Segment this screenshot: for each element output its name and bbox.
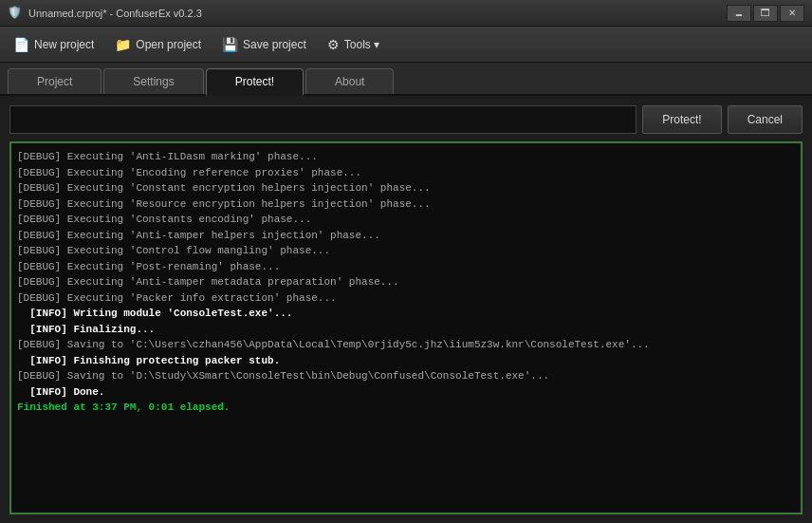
- protect-button[interactable]: Protect!: [642, 105, 721, 134]
- main-content: Protect! Cancel [DEBUG] Executing 'Anti-…: [0, 96, 812, 523]
- log-line: [DEBUG] Executing 'Post-renaming' phase.…: [17, 259, 795, 275]
- log-line: [DEBUG] Executing 'Encoding reference pr…: [17, 165, 795, 181]
- menu-bar: 📄 New project 📁 Open project 💾 Save proj…: [0, 27, 812, 63]
- log-output[interactable]: [DEBUG] Executing 'Anti-ILDasm marking' …: [9, 141, 803, 514]
- tab-about[interactable]: About: [305, 68, 394, 94]
- file-path-input[interactable]: [9, 105, 637, 134]
- tab-project[interactable]: Project: [8, 68, 102, 94]
- close-button[interactable]: ✕: [780, 5, 804, 22]
- maximize-button[interactable]: 🗖: [753, 5, 778, 22]
- cancel-button[interactable]: Cancel: [728, 105, 803, 134]
- log-line: [INFO] Done.: [17, 384, 795, 401]
- tab-protect[interactable]: Protect!: [206, 68, 304, 96]
- menu-item-open-project[interactable]: 📁 Open project: [105, 31, 211, 58]
- log-line: [DEBUG] Executing 'Constants encoding' p…: [17, 212, 795, 228]
- tab-bar: Project Settings Protect! About: [0, 63, 812, 96]
- log-line: Finished at 3:37 PM, 0:01 elapsed.: [17, 400, 795, 416]
- menu-item-open-project-label: Open project: [136, 38, 201, 51]
- menu-item-tools-label: Tools ▾: [344, 38, 379, 51]
- menu-item-save-project[interactable]: 💾 Save project: [212, 31, 316, 58]
- log-line: [DEBUG] Saving to 'C:\Users\czhan456\App…: [17, 337, 795, 353]
- menu-item-save-project-label: Save project: [243, 38, 306, 51]
- log-line: [DEBUG] Executing 'Packer info extractio…: [17, 290, 795, 307]
- title-bar: 🛡️ Unnamed.crproj* - ConfuserEx v0.2.3 🗕…: [0, 0, 812, 27]
- tools-icon: ⚙: [327, 37, 340, 52]
- log-line: [DEBUG] Executing 'Anti-tamper metadata …: [17, 274, 795, 290]
- log-line: [DEBUG] Saving to 'D:\Study\XSmart\Conso…: [17, 368, 795, 384]
- new-project-icon: 📄: [13, 37, 29, 52]
- tab-settings[interactable]: Settings: [103, 68, 203, 94]
- menu-item-tools[interactable]: ⚙ Tools ▾: [318, 31, 389, 58]
- log-line: [DEBUG] Executing 'Anti-tamper helpers i…: [17, 228, 795, 244]
- log-line: [INFO] Finalizing...: [17, 322, 795, 338]
- action-bar: Protect! Cancel: [9, 105, 803, 134]
- open-project-icon: 📁: [115, 37, 131, 52]
- menu-item-new-project[interactable]: 📄 New project: [4, 31, 103, 58]
- minimize-button[interactable]: 🗕: [727, 5, 751, 22]
- save-project-icon: 💾: [222, 37, 238, 52]
- log-line: [INFO] Finishing protecting packer stub.: [17, 353, 795, 369]
- window-title: Unnamed.crproj* - ConfuserEx v0.2.3: [28, 8, 727, 19]
- log-line: [DEBUG] Executing 'Resource encryption h…: [17, 196, 795, 213]
- log-line: [DEBUG] Executing 'Anti-ILDasm marking' …: [17, 149, 795, 165]
- menu-item-new-project-label: New project: [34, 38, 94, 51]
- log-line: [DEBUG] Executing 'Control flow mangling…: [17, 243, 795, 259]
- app-icon: 🛡️: [8, 6, 23, 21]
- window-controls: 🗕 🗖 ✕: [727, 5, 804, 22]
- log-line: [DEBUG] Executing 'Constant encryption h…: [17, 180, 795, 196]
- log-line: [INFO] Writing module 'ConsoleTest.exe'.…: [17, 306, 795, 322]
